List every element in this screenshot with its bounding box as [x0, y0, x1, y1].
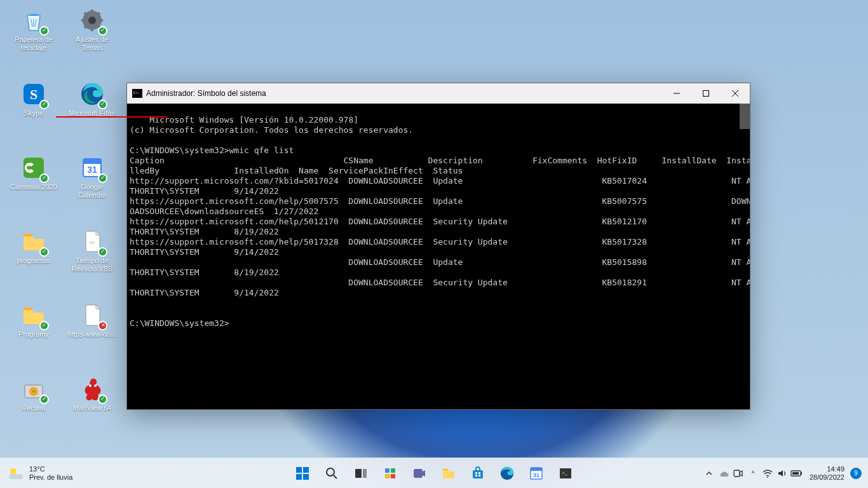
cmd-window: Administrador: Símbolo del sistema Micro… — [126, 83, 750, 410]
cmd-header-row: Caption CSName Description FixComments H… — [130, 156, 750, 165]
desktop-icon-vbs-file[interactable]: </> Tiempo de Reinicio.VBS — [67, 227, 117, 273]
svg-rect-32 — [475, 475, 477, 477]
system-tray: ᴬ 14:49 28/09/2022 9 — [702, 461, 862, 486]
annotation-underline — [56, 116, 167, 118]
cmd-row: https://support.microsoft.com/help/50121… — [130, 217, 750, 226]
desktop-icon-label: Programy — [18, 330, 49, 339]
cmd-row: THORITY\SYSTEM 8/19/2022 — [130, 268, 279, 277]
svg-text:</>: </> — [90, 241, 95, 245]
svg-point-21 — [327, 468, 334, 476]
taskbar-edge[interactable] — [494, 461, 520, 486]
cmd-header-row: lledBy InstalledOn Name ServicePackInEff… — [130, 166, 463, 175]
desktop-icon-label: IrfanView 64 — [73, 404, 112, 412]
error-badge-icon — [98, 321, 107, 330]
desktop-icon-label: https-www-do... — [68, 330, 116, 339]
cmd-row: THORITY\SYSTEM 9/14/2022 — [130, 247, 279, 257]
sync-badge-icon — [39, 395, 49, 404]
svg-point-41 — [767, 477, 768, 478]
cmd-row: THORITY\SYSTEM 8/19/2022 — [130, 227, 279, 236]
maximize-button[interactable] — [691, 83, 721, 104]
tray-onedrive-icon[interactable] — [717, 461, 731, 486]
svg-point-1 — [88, 17, 96, 24]
taskbar-cmd[interactable]: >_ — [553, 461, 578, 486]
svg-rect-44 — [792, 472, 799, 475]
tray-overflow-button[interactable] — [702, 461, 716, 486]
svg-point-14 — [94, 384, 97, 387]
desktop-icon-label: Google Calendar — [67, 183, 117, 199]
tray-battery-icon[interactable] — [790, 461, 804, 486]
taskbar-calendar[interactable]: 31 — [524, 461, 549, 486]
cmd-text: (c) Microsoft Corporation. Todos los der… — [130, 125, 413, 135]
taskbar-store[interactable] — [465, 461, 491, 486]
taskbar-weather-widget[interactable]: 13°C Prev. de lluvia — [8, 465, 72, 482]
cmd-terminal-content[interactable]: Microsoft Windows [Versión 10.0.22000.97… — [127, 104, 750, 409]
sync-badge-icon — [98, 26, 107, 36]
svg-rect-29 — [473, 470, 483, 478]
cmd-row: https://support.microsoft.com/help/50173… — [130, 237, 750, 247]
weather-temp: 13°C — [29, 465, 72, 473]
svg-text:>_: >_ — [562, 470, 568, 476]
task-view-button[interactable] — [348, 461, 374, 486]
widgets-button[interactable] — [377, 461, 403, 486]
desktop-icon-edge[interactable]: Microsoft Edge — [67, 80, 117, 118]
desktop-icon-folder-programy[interactable]: Programy — [9, 301, 58, 339]
tray-language-indicator[interactable]: ᴬ — [746, 461, 760, 486]
svg-text:31: 31 — [533, 472, 539, 478]
svg-rect-23 — [363, 469, 367, 478]
desktop-icon-label: programas — [17, 257, 51, 265]
sync-badge-icon — [98, 100, 107, 109]
desktop-icon-label: Camtasia 2020 — [10, 183, 57, 191]
window-titlebar[interactable]: Administrador: Símbolo del sistema — [127, 83, 750, 104]
taskbar-teams[interactable] — [407, 461, 432, 486]
cmd-row: DOWNLOADSOURCEE Update KB5015898 NT AU — [130, 257, 750, 267]
desktop-icon-skype[interactable]: S Skype — [9, 80, 58, 118]
tray-volume-icon[interactable] — [775, 461, 789, 486]
clock-time: 14:49 — [827, 465, 844, 473]
desktop-icon-folder-programas[interactable]: programas — [9, 227, 58, 265]
svg-rect-25 — [391, 468, 395, 473]
sync-badge-icon — [39, 26, 49, 36]
scrollbar-thumb[interactable] — [740, 104, 750, 129]
sync-badge-icon — [39, 173, 49, 183]
tray-clock[interactable]: 14:49 28/09/2022 — [810, 465, 844, 481]
desktop-icon-recycle-bin[interactable]: Papelera de reciclaje — [9, 6, 58, 51]
cmd-text: Microsoft Windows [Versión 10.0.22000.97… — [149, 115, 358, 125]
svg-rect-24 — [385, 468, 390, 473]
svg-rect-43 — [801, 472, 802, 475]
close-button[interactable] — [721, 83, 750, 104]
window-title: Administrador: Símbolo del sistema — [146, 89, 266, 98]
desktop-icon-irfanview[interactable]: IrfanView 64 — [67, 375, 117, 412]
desktop-icon-url-file[interactable]: https-www-do... — [67, 301, 117, 339]
desktop-icon-label: Tiempo de Reinicio.VBS — [67, 257, 117, 273]
tray-meet-now-icon[interactable] — [731, 461, 745, 486]
sync-badge-icon — [39, 247, 49, 257]
cmd-row: THORITY\SYSTEM 9/14/2022 — [130, 186, 279, 196]
svg-rect-17 — [296, 467, 302, 473]
svg-rect-36 — [531, 468, 542, 471]
svg-rect-19 — [296, 474, 302, 480]
desktop-icon-camtasia[interactable]: Camtasia 2020 — [9, 154, 58, 191]
notification-button[interactable]: 9 — [850, 468, 862, 479]
clock-date: 28/09/2022 — [810, 473, 844, 482]
svg-rect-20 — [303, 474, 309, 480]
start-button[interactable] — [290, 461, 315, 486]
svg-rect-22 — [355, 469, 362, 478]
svg-point-13 — [89, 384, 92, 387]
minimize-button[interactable] — [662, 83, 691, 104]
desktop-icon-label: Ajustes de Temas — [67, 36, 117, 51]
sync-badge-icon — [39, 321, 49, 330]
desktop-icon-theme-settings[interactable]: Ajustes de Temas — [67, 6, 117, 51]
cmd-prompt: C:\WINDOWS\system32> — [130, 146, 229, 155]
sync-badge-icon — [98, 173, 107, 183]
desktop-icon-google-calendar[interactable]: 31 Google Calendar — [67, 154, 117, 199]
cmd-row: DOWNLOADSOURCEE Security Update KB501829… — [130, 278, 750, 287]
desktop-icon-recuva[interactable]: Recuva — [9, 375, 58, 412]
desktop-icon-label: Skype — [24, 109, 44, 118]
svg-rect-31 — [478, 472, 480, 474]
search-button[interactable] — [319, 461, 344, 486]
cmd-icon — [132, 89, 142, 98]
svg-text:S: S — [30, 86, 37, 102]
svg-rect-18 — [303, 467, 309, 473]
taskbar-explorer[interactable] — [436, 461, 461, 486]
tray-wifi-icon[interactable] — [761, 461, 775, 486]
